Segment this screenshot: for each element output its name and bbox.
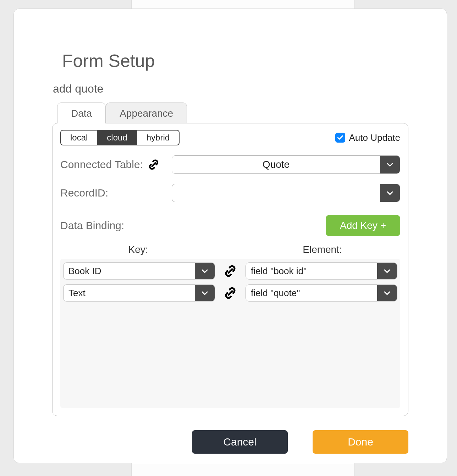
data-binding-label: Data Binding: [60, 220, 124, 232]
auto-update-label: Auto Update [349, 132, 400, 143]
record-id-label: RecordID: [60, 187, 167, 199]
chevron-down-icon [380, 184, 400, 202]
link-icon [147, 158, 160, 171]
binding-list: Book ID field "book id" [60, 259, 400, 408]
binding-element-value: field "book id" [246, 263, 377, 279]
connected-table-select[interactable]: Quote [172, 155, 400, 174]
element-header: Element: [244, 244, 400, 255]
record-id-select[interactable] [172, 184, 400, 202]
chevron-down-icon [380, 156, 400, 173]
key-header: Key: [60, 244, 216, 255]
link-icon [215, 286, 246, 300]
binding-row: Text field "quote" [63, 284, 397, 301]
binding-key-select[interactable]: Text [63, 284, 215, 301]
link-icon [215, 264, 246, 278]
tab-data[interactable]: Data [57, 103, 106, 123]
check-icon [337, 134, 344, 141]
form-setup-modal: Form Setup add quote Data Appearance loc… [13, 9, 447, 463]
binding-element-select[interactable]: field "quote" [246, 284, 397, 301]
connected-table-label: Connected Table: [60, 158, 167, 171]
record-id-value [172, 184, 380, 202]
tab-bar: Data Appearance [57, 103, 408, 123]
modal-subtitle: add quote [53, 82, 408, 95]
storage-mode-segment: local cloud hybrid [60, 130, 180, 145]
tab-panel-data: local cloud hybrid Auto Update Connected… [52, 123, 408, 416]
binding-key-value: Book ID [64, 263, 195, 279]
title-divider [52, 75, 408, 75]
modal-title: Form Setup [62, 51, 408, 71]
done-button[interactable]: Done [313, 430, 408, 454]
binding-element-select[interactable]: field "book id" [246, 262, 397, 279]
tab-appearance[interactable]: Appearance [106, 103, 187, 123]
auto-update-checkbox[interactable] [335, 133, 345, 143]
chevron-down-icon [195, 263, 215, 279]
cancel-button[interactable]: Cancel [192, 430, 288, 454]
add-key-button[interactable]: Add Key + [326, 215, 400, 236]
storage-mode-cloud[interactable]: cloud [98, 131, 137, 145]
storage-mode-local[interactable]: local [61, 131, 98, 145]
chevron-down-icon [195, 285, 215, 301]
auto-update-toggle[interactable]: Auto Update [335, 132, 400, 143]
binding-row: Book ID field "book id" [63, 262, 397, 279]
chevron-down-icon [377, 285, 397, 301]
binding-element-value: field "quote" [246, 285, 377, 301]
binding-key-select[interactable]: Book ID [63, 262, 215, 279]
modal-footer: Cancel Done [52, 430, 408, 454]
binding-key-value: Text [64, 285, 195, 301]
binding-column-headers: Key: Element: [60, 244, 400, 255]
connected-table-value: Quote [172, 156, 380, 173]
chevron-down-icon [377, 263, 397, 279]
storage-mode-hybrid[interactable]: hybrid [137, 131, 179, 145]
